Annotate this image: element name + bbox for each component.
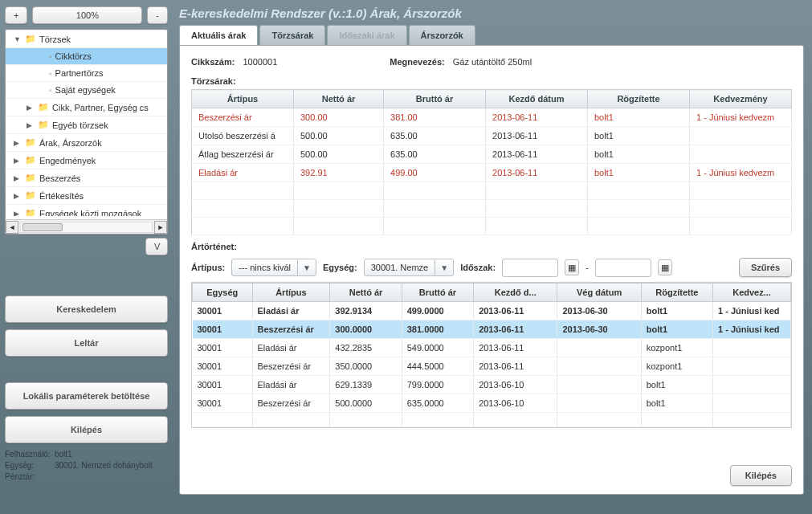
folder-icon: 📁 — [25, 173, 36, 183]
h-col-veg[interactable]: Vég dátum — [557, 284, 641, 302]
tree-item-label: Cikk, Partner, Egység cs — [52, 103, 149, 112]
expand-icon: ▶ — [14, 210, 22, 217]
tree-item-label: Cikktörzs — [55, 51, 92, 61]
table-row[interactable]: 30001Beszerzési ár500.0000635.00002013-0… — [193, 394, 791, 413]
tree-item-label: Törzsek — [39, 35, 71, 44]
expand-icon: ▶ — [27, 104, 35, 112]
zoom-out-button[interactable]: - — [147, 6, 168, 24]
table-row[interactable]: Beszerzési ár300.00381.002013-06-11bolt1… — [192, 108, 792, 127]
trade-button[interactable]: Kereskedelem — [5, 296, 168, 323]
chevron-down-icon: ▼ — [297, 260, 316, 275]
tab-current-prices[interactable]: Aktuális árak — [179, 25, 258, 45]
zoom-value-button[interactable]: 100% — [32, 6, 142, 24]
filter-period-label: Időszak: — [460, 263, 496, 272]
name-label: Megnevezés: — [390, 57, 444, 67]
tree-item[interactable]: ▫Cikktörzs — [6, 47, 167, 64]
close-button[interactable]: Kilépés — [730, 465, 792, 486]
tree-item-label: Partnertörzs — [55, 68, 104, 78]
history-title: Ártörténet: — [191, 242, 792, 251]
code-value: 1000001 — [243, 57, 277, 67]
tree-item[interactable]: ▶📁Egységek közti mozgások — [6, 204, 167, 216]
folder-icon: 📁 — [25, 190, 36, 201]
h-col-netto[interactable]: Nettó ár — [330, 284, 402, 302]
tree-item[interactable]: ▼📁Törzsek — [6, 30, 167, 47]
filter-unit-combo[interactable]: 30001. Nemze▼ — [364, 259, 454, 276]
file-icon: ▫ — [49, 52, 52, 61]
h-col-kezdo[interactable]: Kezdő d... — [474, 284, 557, 302]
tree-item-label: Beszerzés — [39, 173, 80, 183]
tree-item-label: Egyéb törzsek — [52, 120, 108, 130]
tree-item[interactable]: ▶📁Árak, Árszorzók — [6, 133, 167, 151]
code-label: Cikkszám: — [191, 57, 235, 67]
h-col-artipus[interactable]: Ártípus — [252, 284, 330, 302]
tab-base-prices[interactable]: Törzsárak — [259, 25, 325, 45]
expand-icon: ▶ — [14, 139, 22, 147]
zoom-in-button[interactable]: + — [5, 6, 27, 24]
scroll-right-icon[interactable]: ► — [154, 221, 167, 234]
folder-icon: 📁 — [38, 102, 49, 112]
tree-item[interactable]: ▶📁Egyéb törzsek — [6, 116, 167, 133]
table-row[interactable]: 30001Beszerzési ár300.0000381.00002013-0… — [193, 320, 791, 339]
tree-hscroll[interactable]: ◄ ► — [6, 219, 167, 234]
tree-item[interactable]: ▶📁Engedmények — [6, 151, 167, 169]
period-to-input[interactable] — [595, 259, 651, 277]
base-prices-title: Törzsárak: — [191, 76, 792, 86]
table-row[interactable]: Utolsó beszerzési á500.00635.002013-06-1… — [192, 127, 792, 145]
chevron-down-icon: ▼ — [435, 260, 453, 275]
calendar-icon[interactable]: ▦ — [565, 259, 579, 275]
scroll-left-icon[interactable]: ◄ — [6, 221, 18, 234]
filter-button[interactable]: Szűrés — [739, 258, 792, 277]
page-title: E-kereskedelmi Rendszer (v.:1.0) Árak, Á… — [179, 6, 804, 20]
tree-item[interactable]: ▫Saját egységek — [6, 81, 167, 98]
col-kezdo[interactable]: Kezdő dátum — [486, 90, 588, 108]
load-params-button[interactable]: Lokális paraméterek betöltése — [5, 382, 168, 410]
v-button[interactable]: V — [145, 238, 168, 255]
file-icon: ▫ — [49, 86, 52, 95]
expand-icon: ▶ — [27, 121, 35, 129]
name-value: Gáz utántöltő 250ml — [453, 57, 532, 67]
tree-item-label: Árak, Árszorzók — [39, 138, 102, 148]
table-row[interactable]: 30001Eladási ár392.9134499.00002013-06-1… — [193, 302, 791, 320]
h-col-egyseg[interactable]: Egység — [193, 284, 253, 302]
inventory-button[interactable]: Leltár — [5, 329, 168, 357]
tree-item-label: Engedmények — [39, 156, 96, 165]
expand-icon: ▼ — [14, 35, 22, 43]
expand-icon: ▶ — [14, 192, 22, 200]
expand-icon: ▶ — [14, 157, 22, 165]
calendar-icon[interactable]: ▦ — [658, 259, 672, 275]
tree-item[interactable]: ▶📁Beszerzés — [6, 169, 167, 186]
folder-icon: 📁 — [25, 208, 36, 216]
col-brutto[interactable]: Bruttó ár — [384, 90, 486, 108]
folder-icon: 📁 — [25, 34, 36, 44]
tab-period-prices[interactable]: Időszaki árak — [327, 25, 406, 45]
col-artipus[interactable]: Ártípus — [192, 90, 294, 108]
col-netto[interactable]: Nettó ár — [293, 90, 383, 108]
nav-tree: ▼📁Törzsek▫Cikktörzs▫Partnertörzs▫Saját e… — [5, 29, 168, 235]
expand-icon: ▶ — [14, 174, 22, 182]
tree-item-label: Saját egységek — [55, 85, 116, 95]
table-row[interactable]: 30001Eladási ár432.2835549.00002013-06-1… — [193, 339, 791, 357]
folder-icon: 📁 — [38, 120, 49, 130]
scroll-thumb[interactable] — [22, 223, 63, 231]
filter-type-combo[interactable]: --- nincs kivál▼ — [231, 259, 316, 276]
h-col-rogz[interactable]: Rögzítette — [641, 284, 712, 302]
table-row[interactable]: Átlag beszerzési ár500.00635.002013-06-1… — [192, 145, 792, 164]
file-icon: ▫ — [49, 69, 52, 78]
exit-button[interactable]: Kilépés — [5, 416, 168, 443]
col-rogz[interactable]: Rögzítette — [588, 90, 690, 108]
tree-item[interactable]: ▶📁Cikk, Partner, Egység cs — [6, 98, 167, 116]
table-row[interactable]: Eladási ár392.91499.002013-06-11bolt11 -… — [192, 164, 792, 182]
table-row[interactable]: 30001Beszerzési ár350.0000444.50002013-0… — [193, 357, 791, 376]
tree-item-label: Értékesítés — [39, 191, 84, 201]
filter-unit-label: Egység: — [323, 263, 357, 272]
tree-item[interactable]: ▫Partnertörzs — [6, 64, 167, 81]
tree-item[interactable]: ▶📁Értékesítés — [6, 186, 167, 204]
table-row[interactable]: 30001Eladási ár629.1339799.00002013-06-1… — [193, 376, 791, 394]
period-from-input[interactable] — [502, 259, 558, 277]
filter-type-label: Ártípus: — [191, 263, 225, 272]
col-kedv[interactable]: Kedvezmény — [689, 90, 791, 108]
tab-multipliers[interactable]: Árszorzók — [409, 25, 475, 45]
h-col-brutto[interactable]: Bruttó ár — [402, 284, 473, 302]
folder-icon: 📁 — [25, 155, 36, 165]
h-col-kedv[interactable]: Kedvez... — [713, 284, 791, 302]
